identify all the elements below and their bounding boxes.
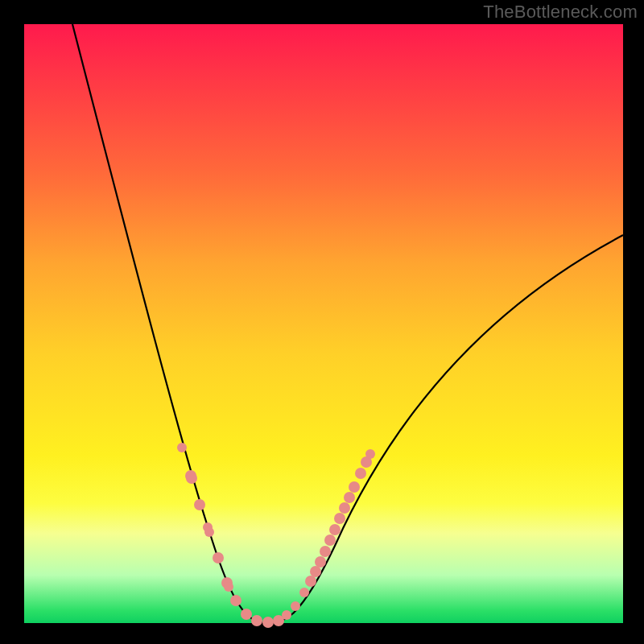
watermark-text: TheBottleneck.com: [483, 2, 638, 23]
marker-dot: [194, 499, 205, 510]
marker-dot: [213, 552, 224, 564]
marker-dot: [299, 588, 309, 597]
marker-dot: [262, 617, 274, 628]
marker-dot: [204, 527, 214, 537]
marker-dot: [291, 601, 300, 611]
marker-dot: [344, 492, 355, 503]
marker-dot: [177, 443, 187, 452]
marker-dot: [186, 473, 197, 484]
marker-dot: [224, 582, 233, 592]
chart-svg: [24, 24, 623, 623]
marker-dot: [230, 595, 242, 606]
chart-frame: TheBottleneck.com: [0, 0, 644, 644]
marker-dot: [241, 609, 252, 620]
bottleneck-curve: [72, 24, 623, 623]
marker-dot: [315, 556, 326, 568]
marker-dot: [355, 468, 366, 479]
marker-dot: [324, 535, 336, 546]
marker-dot: [282, 610, 291, 620]
highlight-markers: [177, 443, 375, 628]
marker-dot: [339, 502, 350, 514]
marker-dot: [334, 513, 345, 524]
marker-dot: [320, 546, 331, 557]
marker-dot: [305, 576, 316, 587]
plot-area: [24, 24, 623, 623]
marker-dot: [365, 449, 375, 459]
marker-dot: [329, 524, 341, 535]
marker-dot: [310, 566, 321, 577]
marker-dot: [349, 481, 360, 493]
marker-dot: [251, 615, 262, 626]
